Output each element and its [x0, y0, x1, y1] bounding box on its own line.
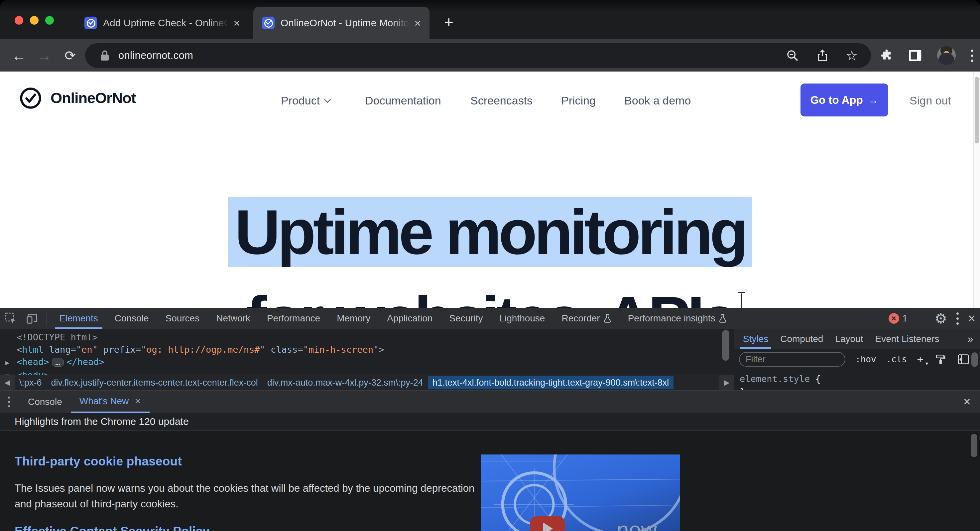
tab-close-icon[interactable]: ×: [233, 17, 240, 29]
devtools-tab-sources[interactable]: Sources: [157, 308, 208, 329]
styles-toolbar: Filter :hov .cls +▾: [734, 349, 980, 370]
url-text: onlineornot.com: [118, 49, 193, 62]
hero-line1-selected: Uptime monitoring: [228, 197, 752, 267]
devtools-tab-memory[interactable]: Memory: [328, 308, 379, 329]
devtools-tab-application[interactable]: Application: [379, 308, 441, 329]
new-tab-button[interactable]: +: [439, 13, 458, 31]
bookmark-star-icon[interactable]: ☆: [846, 48, 858, 63]
drawer-menu-icon[interactable]: [8, 397, 10, 407]
go-to-app-button[interactable]: Go to App →: [800, 83, 888, 116]
video-play-button[interactable]: [530, 517, 565, 531]
arrow-right-icon: →: [868, 94, 878, 107]
more-tabs-icon[interactable]: »: [967, 333, 980, 345]
styles-filter-input[interactable]: Filter: [739, 352, 845, 367]
share-icon[interactable]: [816, 49, 829, 62]
devtools-close-icon[interactable]: ×: [968, 311, 975, 326]
breadcrumb-item[interactable]: div.flex.justify-center.items-center.tex…: [46, 376, 262, 389]
nav-book-a-demo[interactable]: Book a demo: [624, 94, 691, 107]
site-logo[interactable]: OnlineOrNot: [19, 87, 136, 110]
inspect-element-icon[interactable]: [0, 308, 21, 329]
forward-button[interactable]: →: [35, 46, 54, 65]
devtools-tab-elements[interactable]: Elements: [51, 308, 107, 329]
sidebar-tab-layout[interactable]: Layout: [829, 329, 869, 349]
devtools-tab-console[interactable]: Console: [107, 308, 157, 329]
nav-label: Book a demo: [624, 94, 691, 107]
devtools-tab-lighthouse[interactable]: Lighthouse: [491, 308, 553, 329]
elements-scrollbar-thumb[interactable]: [722, 330, 729, 360]
minimize-window-button[interactable]: [30, 16, 38, 25]
drawer-tab-whats-new-active[interactable]: What's New ×: [71, 391, 150, 413]
collapsed-ellipsis-button[interactable]: …: [52, 358, 64, 367]
breadcrumb-item[interactable]: \:px-6: [14, 376, 46, 389]
reload-button[interactable]: ⟳: [60, 46, 80, 65]
expand-arrow-icon[interactable]: ▶: [5, 357, 17, 369]
devtools-tab-recorder[interactable]: Recorder: [553, 308, 619, 329]
styles-tabbar: Styles Computed Layout Event Listeners »: [734, 329, 980, 349]
tab-label: Network: [216, 313, 250, 324]
page-scrollbar[interactable]: [974, 72, 980, 308]
whats-new-video-thumbnail[interactable]: now: [481, 454, 680, 531]
devtools-menu-icon[interactable]: [956, 313, 959, 325]
sidebar-tab-styles[interactable]: Styles: [737, 329, 774, 349]
whats-new-section2-title[interactable]: Effective Content Security Policy: [14, 525, 210, 531]
nav-product[interactable]: Product: [281, 94, 331, 107]
close-window-button[interactable]: [14, 16, 23, 25]
sign-out-link[interactable]: Sign out: [910, 94, 951, 107]
devtools-settings-gear-icon[interactable]: ⚙: [934, 310, 947, 327]
browser-menu-icon[interactable]: [971, 49, 974, 62]
breadcrumb-scroll-left-button[interactable]: ◀: [0, 375, 14, 390]
code-doctype: <!DOCTYPE html>: [17, 332, 98, 342]
back-button[interactable]: ←: [9, 46, 29, 65]
tab-close-icon[interactable]: ×: [414, 17, 421, 29]
fullscreen-window-button[interactable]: [45, 16, 54, 25]
rendering-paint-icon[interactable]: [934, 353, 947, 366]
code-body-line[interactable]: ▼<body>: [5, 369, 734, 375]
styles-scrollbar-thumb[interactable]: [971, 352, 978, 367]
drawer-close-icon[interactable]: ×: [963, 395, 971, 409]
toggle-classes-button[interactable]: .cls: [886, 354, 907, 364]
new-style-rule-button[interactable]: +▾: [917, 353, 923, 366]
breadcrumb-item-selected[interactable]: h1.text-4xl.font-bold.tracking-tight.tex…: [428, 376, 673, 389]
sidebar-tab-event-listeners[interactable]: Event Listeners: [869, 329, 945, 349]
drawer-tab-console[interactable]: Console: [19, 391, 71, 413]
hero-heading: Uptime monitoring for websites, APIs: [0, 189, 980, 308]
tab-title: Add Uptime Check - OnlineOr: [103, 17, 229, 29]
collapse-arrow-icon[interactable]: ▼: [5, 370, 17, 375]
browser-window: Add Uptime Check - OnlineOr × OnlineOrNo…: [0, 0, 980, 531]
code-head-line[interactable]: ▶<head>…</head>: [5, 356, 734, 369]
whats-new-section1-title[interactable]: Third-party cookie phaseout: [14, 454, 182, 469]
whats-new-scrollbar-thumb[interactable]: [971, 434, 977, 457]
browser-tab-onlineornot-active[interactable]: OnlineOrNot - Uptime Monitor ×: [253, 6, 430, 39]
devtools-tab-network[interactable]: Network: [208, 308, 259, 329]
browser-tab-add-uptime-check[interactable]: Add Uptime Check - OnlineOr ×: [76, 6, 249, 39]
nav-pricing[interactable]: Pricing: [561, 94, 596, 107]
breadcrumb-scroll-right-button[interactable]: ▶: [719, 375, 734, 390]
nav-screencasts[interactable]: Screencasts: [470, 94, 533, 107]
text-cursor: [737, 292, 746, 308]
code-html-line[interactable]: <html lang="en" prefix="og: http://ogp.m…: [5, 343, 734, 356]
devtools-tab-security[interactable]: Security: [441, 308, 491, 329]
side-panel-icon[interactable]: [908, 49, 922, 62]
breadcrumb-item[interactable]: div.mx-auto.max-w-4xl.py-32.sm\:py-24: [262, 376, 428, 389]
devtools-tab-performance[interactable]: Performance: [259, 308, 328, 329]
tab-label: Performance insights: [628, 313, 715, 324]
nav-documentation[interactable]: Documentation: [365, 94, 441, 107]
logo-check-icon: [19, 87, 42, 110]
zoom-out-icon[interactable]: [786, 49, 799, 62]
extensions-puzzle-icon[interactable]: [880, 49, 893, 62]
devtools-tab-performance-insights[interactable]: Performance insights: [620, 308, 735, 329]
tab-label: Memory: [337, 313, 370, 324]
sidebar-tab-computed[interactable]: Computed: [774, 329, 829, 349]
toggle-sidebar-panel-icon[interactable]: [957, 353, 970, 366]
console-error-badge[interactable]: × 1: [889, 313, 908, 324]
experiment-flask-icon: [603, 314, 611, 323]
page-scrollbar-thumb[interactable]: [975, 77, 979, 144]
elements-tree[interactable]: <!DOCTYPE html> <html lang="en" prefix="…: [0, 329, 734, 375]
profile-avatar[interactable]: [937, 46, 956, 65]
toggle-hover-state-button[interactable]: :hov: [855, 354, 876, 364]
lock-icon[interactable]: [100, 49, 110, 62]
address-bar[interactable]: onlineornot.com ☆: [85, 43, 871, 68]
drawer-tab-close-icon[interactable]: ×: [135, 395, 141, 407]
devtools-tabbar: Elements Console Sources Network Perform…: [0, 308, 980, 329]
device-toolbar-icon[interactable]: [21, 308, 43, 329]
